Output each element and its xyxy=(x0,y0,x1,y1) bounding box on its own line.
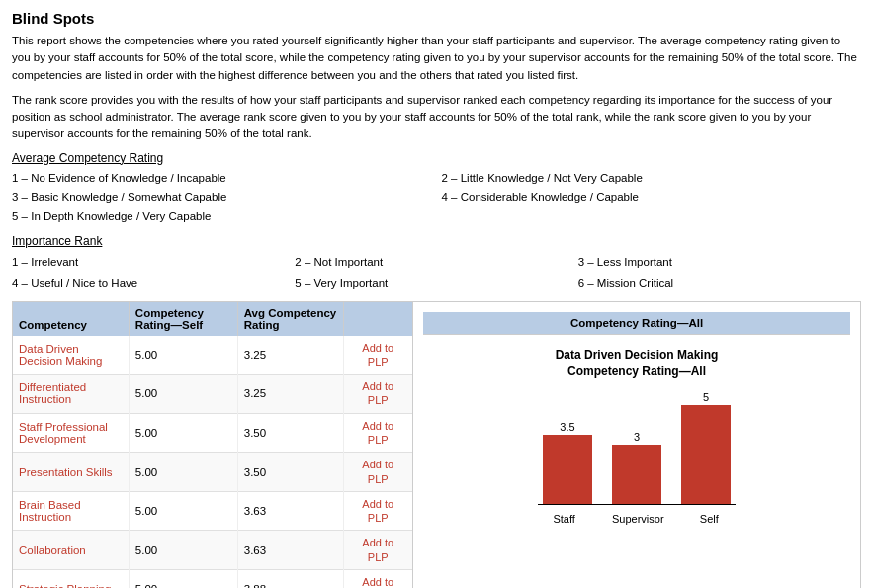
avg-rating: 3.63 xyxy=(237,491,343,531)
col-self: Competency Rating—Self xyxy=(129,302,237,336)
rating-4: 4 – Considerable Knowledge / Capable xyxy=(442,188,862,208)
self-rating: 5.00 xyxy=(129,375,237,414)
page-title: Blind Spots xyxy=(12,10,861,27)
bar-value: 3 xyxy=(634,431,640,443)
self-rating: 5.00 xyxy=(129,491,237,531)
intro-paragraph-2: The rank score provides you with the res… xyxy=(12,92,861,143)
importance-1: 1 – Irrelevant xyxy=(12,252,295,273)
table-row: Data Driven Decision Making 5.00 3.25 Ad… xyxy=(13,336,412,375)
col-avg: Avg Competency Rating xyxy=(237,302,343,336)
table-row: Collaboration 5.00 3.63 Add toPLP xyxy=(13,531,412,570)
bar-chart: 3.535 xyxy=(543,395,731,504)
competency-link[interactable]: Collaboration xyxy=(19,545,86,556)
rating-1: 1 – No Evidence of Knowledge / Incapable xyxy=(12,169,432,189)
col-competency: Competency xyxy=(13,302,129,336)
avg-rating: 3.88 xyxy=(237,570,343,588)
bar-group: 5 xyxy=(681,391,731,504)
bar-rect xyxy=(612,445,661,504)
table-row: Strategic Planning 5.00 3.88 Add toPLP xyxy=(13,570,412,588)
importance-2: 2 – Not Important xyxy=(295,252,577,273)
self-rating: 5.00 xyxy=(129,570,237,588)
bar-label: Staff xyxy=(540,513,589,525)
chart-panel-header: Competency Rating—All xyxy=(423,312,850,335)
add-plp-link[interactable]: Add toPLP xyxy=(362,420,393,446)
add-plp-link[interactable]: Add toPLP xyxy=(362,498,393,524)
importance-6: 6 – Mission Critical xyxy=(578,273,861,294)
competency-link[interactable]: Data Driven Decision Making xyxy=(19,343,102,367)
competency-link[interactable]: Staff Professional Development xyxy=(19,421,108,445)
competency-link[interactable]: Strategic Planning xyxy=(19,583,111,588)
avg-rating: 3.63 xyxy=(237,531,343,570)
competency-link[interactable]: Differentiated Instruction xyxy=(19,381,86,405)
bar-group: 3 xyxy=(612,431,661,504)
chart-title: Data Driven Decision Making Competency R… xyxy=(556,347,719,380)
table-row: Brain Based Instruction 5.00 3.63 Add to… xyxy=(13,491,412,531)
importance-5: 5 – Very Important xyxy=(295,273,577,294)
importance-4: 4 – Useful / Nice to Have xyxy=(12,273,295,294)
bar-label: Self xyxy=(684,513,734,525)
add-plp-link[interactable]: Add toPLP xyxy=(362,342,393,368)
add-plp-link[interactable]: Add toPLP xyxy=(362,537,393,562)
competency-link[interactable]: Brain Based Instruction xyxy=(19,499,81,523)
avg-rating: 3.50 xyxy=(237,413,343,453)
add-plp-link[interactable]: Add toPLP xyxy=(362,380,393,406)
importance-title: Importance Rank xyxy=(12,234,861,248)
competency-link[interactable]: Presentation Skills xyxy=(19,466,113,478)
col-all xyxy=(343,302,412,336)
avg-rating: 3.25 xyxy=(237,375,343,414)
self-rating: 5.00 xyxy=(129,453,237,492)
table-row: Presentation Skills 5.00 3.50 Add toPLP xyxy=(13,453,412,492)
avg-rating-title: Average Competency Rating xyxy=(12,151,861,165)
self-rating: 5.00 xyxy=(129,336,237,375)
rating-2: 2 – Little Knowledge / Not Very Capable xyxy=(442,169,862,189)
self-rating: 5.00 xyxy=(129,413,237,453)
bar-group: 3.5 xyxy=(543,421,592,504)
bar-value: 5 xyxy=(703,391,709,403)
add-plp-link[interactable]: Add toPLP xyxy=(362,459,393,484)
bar-rect xyxy=(681,405,731,504)
intro-paragraph-1: This report shows the competencies where… xyxy=(12,33,861,84)
bar-value: 3.5 xyxy=(560,421,574,433)
self-rating: 5.00 xyxy=(129,531,237,570)
bar-rect xyxy=(543,435,592,504)
importance-3: 3 – Less Important xyxy=(578,252,861,273)
avg-rating: 3.25 xyxy=(237,336,343,375)
table-row: Staff Professional Development 5.00 3.50… xyxy=(13,413,412,453)
rating-3: 3 – Basic Knowledge / Somewhat Capable xyxy=(12,188,432,208)
table-row: Differentiated Instruction 5.00 3.25 Add… xyxy=(13,375,412,414)
add-plp-link[interactable]: Add toPLP xyxy=(362,576,393,588)
avg-rating: 3.50 xyxy=(237,453,343,492)
bar-label: Supervisor xyxy=(612,513,661,525)
rating-5: 5 – In Depth Knowledge / Very Capable xyxy=(12,208,432,227)
